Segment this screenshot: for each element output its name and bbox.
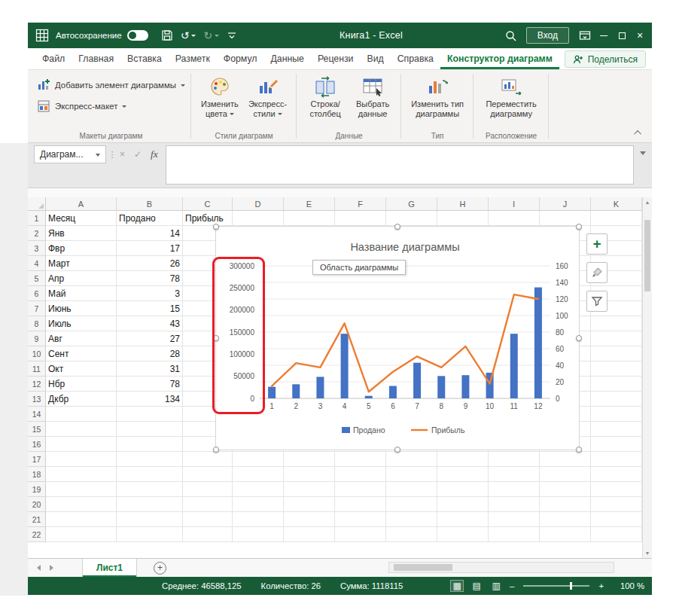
cell-I18[interactable] bbox=[489, 467, 540, 482]
chart-resize-handle[interactable] bbox=[576, 224, 582, 230]
cell-K15[interactable] bbox=[591, 422, 642, 437]
cell-B2[interactable]: 14 bbox=[117, 226, 183, 241]
zoom-in-button[interactable]: + bbox=[598, 581, 604, 590]
column-header-G[interactable]: G bbox=[386, 197, 437, 211]
cell-A1[interactable]: Месяц bbox=[46, 211, 117, 226]
cell-A2[interactable]: Янв bbox=[46, 226, 117, 241]
change-chart-type-button[interactable]: Изменить тип диаграммы bbox=[407, 72, 467, 119]
cell-C1[interactable]: Прибыль bbox=[183, 211, 233, 226]
cell-J17[interactable] bbox=[540, 452, 591, 467]
cell-B11[interactable]: 31 bbox=[117, 361, 183, 377]
cell-F1[interactable] bbox=[335, 211, 386, 226]
cell-D1[interactable] bbox=[233, 211, 284, 226]
ribbon-display-options-button[interactable] bbox=[575, 23, 595, 48]
cell-B12[interactable]: 78 bbox=[117, 377, 183, 392]
cell-K17[interactable] bbox=[591, 452, 642, 467]
cell-C20[interactable] bbox=[183, 497, 233, 512]
signin-button[interactable]: Вход bbox=[526, 27, 569, 44]
cell-D18[interactable] bbox=[233, 467, 284, 482]
cell-H21[interactable] bbox=[437, 512, 489, 527]
cell-G21[interactable] bbox=[386, 512, 437, 527]
chart-filters-button[interactable] bbox=[586, 291, 608, 312]
cell-A9[interactable]: Авг bbox=[46, 331, 117, 346]
horizontal-scrollbar[interactable] bbox=[388, 562, 614, 573]
cell-B3[interactable]: 17 bbox=[117, 241, 183, 256]
enter-button[interactable]: ✓ bbox=[134, 149, 142, 160]
row-header-7[interactable]: 7 bbox=[28, 301, 46, 316]
cell-B10[interactable]: 28 bbox=[117, 346, 183, 361]
row-header-6[interactable]: 6 bbox=[28, 286, 46, 301]
cell-B17[interactable] bbox=[117, 452, 183, 467]
cell-F19[interactable] bbox=[335, 482, 386, 497]
cell-K22[interactable] bbox=[591, 527, 642, 542]
cell-I17[interactable] bbox=[489, 452, 540, 467]
cell-B1[interactable]: Продано bbox=[117, 211, 183, 226]
next-sheet-icon[interactable] bbox=[50, 565, 56, 571]
cell-E1[interactable] bbox=[284, 211, 335, 226]
row-header-16[interactable]: 16 bbox=[28, 437, 46, 452]
cell-B9[interactable]: 27 bbox=[117, 331, 183, 346]
cell-K18[interactable] bbox=[591, 467, 642, 482]
zoom-level[interactable]: 100 % bbox=[611, 581, 644, 590]
row-header-8[interactable]: 8 bbox=[28, 316, 46, 331]
cell-E22[interactable] bbox=[284, 527, 335, 542]
row-header-3[interactable]: 3 bbox=[28, 241, 46, 256]
cell-A7[interactable]: Июнь bbox=[46, 301, 117, 316]
cell-F21[interactable] bbox=[335, 512, 386, 527]
cell-D21[interactable] bbox=[233, 512, 284, 527]
ribbon-tab-home[interactable]: Главная bbox=[72, 48, 120, 69]
quick-styles-button[interactable]: Экспресс- стили bbox=[245, 72, 291, 119]
cell-H1[interactable] bbox=[437, 211, 489, 226]
cell-A18[interactable] bbox=[46, 467, 117, 482]
ribbon-tab-view[interactable]: Вид bbox=[360, 48, 390, 69]
cell-A14[interactable] bbox=[46, 407, 117, 422]
cell-J1[interactable] bbox=[540, 211, 591, 226]
cell-G19[interactable] bbox=[386, 482, 437, 497]
cell-A21[interactable] bbox=[46, 512, 117, 527]
row-header-11[interactable]: 11 bbox=[28, 361, 46, 377]
cell-E21[interactable] bbox=[284, 512, 335, 527]
cell-E20[interactable] bbox=[284, 497, 335, 512]
name-box[interactable]: Диаграм... bbox=[34, 145, 106, 163]
cell-A10[interactable]: Сент bbox=[46, 346, 117, 361]
column-header-K[interactable]: K bbox=[591, 197, 642, 211]
cell-B7[interactable]: 15 bbox=[117, 301, 183, 316]
cell-G1[interactable] bbox=[386, 211, 437, 226]
insert-function-button[interactable]: fx bbox=[151, 148, 158, 160]
cell-A11[interactable]: Окт bbox=[46, 361, 117, 377]
chart-styles-button[interactable] bbox=[586, 262, 608, 283]
scroll-up-icon[interactable]: ▲ bbox=[643, 197, 652, 207]
cell-H18[interactable] bbox=[437, 467, 489, 482]
redo-button[interactable]: ↻ bbox=[199, 23, 223, 48]
row-header-20[interactable]: 20 bbox=[28, 497, 46, 512]
ribbon-tab-data[interactable]: Данные bbox=[263, 48, 310, 69]
cell-K12[interactable] bbox=[591, 377, 642, 392]
excel-app-icon[interactable] bbox=[35, 29, 49, 42]
column-header-J[interactable]: J bbox=[540, 197, 591, 211]
cell-A12[interactable]: Нбр bbox=[46, 377, 117, 392]
ribbon-tab-review[interactable]: Рецензи bbox=[311, 48, 361, 69]
zoom-slider-thumb[interactable] bbox=[570, 582, 572, 590]
cell-B5[interactable]: 78 bbox=[117, 271, 183, 286]
cell-K9[interactable] bbox=[591, 331, 642, 346]
cell-I1[interactable] bbox=[489, 211, 540, 226]
column-header-A[interactable]: A bbox=[46, 197, 117, 211]
sheet-tab-list1[interactable]: Лист1 bbox=[82, 559, 137, 577]
cell-A5[interactable]: Апр bbox=[46, 271, 117, 286]
cell-E19[interactable] bbox=[284, 482, 335, 497]
cell-A19[interactable] bbox=[46, 482, 117, 497]
cell-B20[interactable] bbox=[117, 497, 183, 512]
ribbon-tab-chart-design[interactable]: Конструктор диаграмм bbox=[440, 48, 559, 69]
chart-resize-handle[interactable] bbox=[576, 447, 582, 453]
cell-G17[interactable] bbox=[386, 452, 437, 467]
row-header-13[interactable]: 13 bbox=[28, 392, 46, 407]
row-header-4[interactable]: 4 bbox=[28, 256, 46, 271]
cell-K13[interactable] bbox=[591, 392, 642, 407]
search-button[interactable] bbox=[501, 23, 520, 48]
cell-B13[interactable]: 134 bbox=[117, 392, 183, 407]
chart-resize-handle[interactable] bbox=[213, 447, 219, 453]
cell-B21[interactable] bbox=[117, 512, 183, 527]
cell-C19[interactable] bbox=[183, 482, 233, 497]
cell-I20[interactable] bbox=[489, 497, 540, 512]
cell-G20[interactable] bbox=[386, 497, 437, 512]
